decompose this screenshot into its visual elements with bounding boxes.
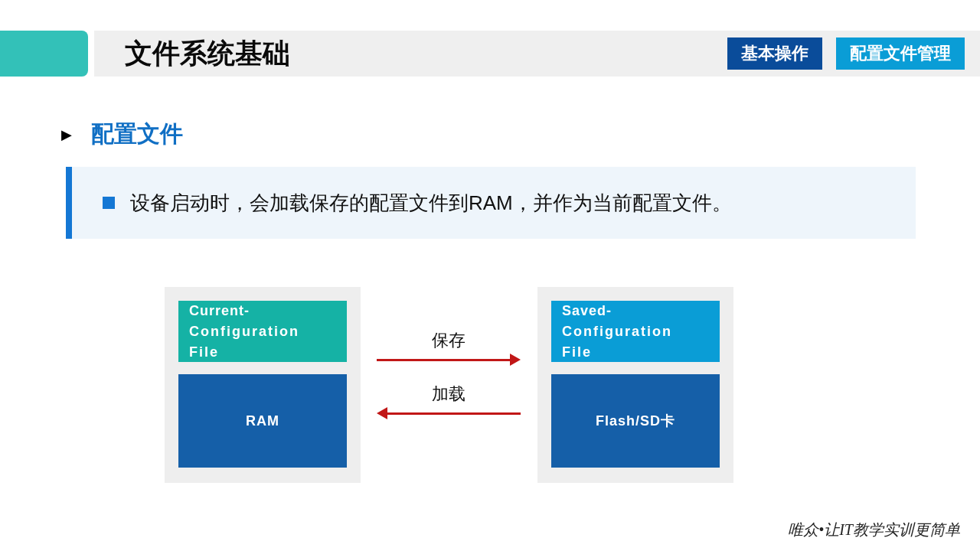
flash-box: Flash/SD卡 [551, 374, 720, 468]
saved-config-line2: Configuration File [562, 321, 709, 363]
tab-basic-ops[interactable]: 基本操作 [727, 37, 822, 70]
footer-tagline: 唯众•让IT教学实训更简单 [788, 520, 960, 540]
arrow-right-icon [377, 354, 521, 366]
triangle-bullet-icon: ▶ [61, 126, 72, 143]
tab-config-mgmt[interactable]: 配置文件管理 [836, 37, 965, 70]
header-accent-block [0, 31, 88, 77]
ram-box: RAM [178, 374, 347, 468]
info-callout: 设备启动时，会加载保存的配置文件到RAM，并作为当前配置文件。 [66, 167, 916, 239]
saved-config-box: Saved- Configuration File [551, 301, 720, 362]
current-config-box: Current- Configuration File [178, 301, 347, 362]
header-tabs: 基本操作 配置文件管理 [727, 37, 965, 70]
square-bullet-icon [103, 197, 115, 209]
load-arrow-row: 加载 [377, 383, 521, 419]
header-bar: 文件系统基础 基本操作 配置文件管理 [0, 31, 980, 77]
info-text: 设备启动时，会加载保存的配置文件到RAM，并作为当前配置文件。 [130, 190, 732, 217]
arrow-group: 保存 加载 [377, 329, 521, 429]
current-config-line1: Current- [189, 301, 336, 321]
header-title-bar: 文件系统基础 基本操作 配置文件管理 [94, 31, 980, 77]
ram-card: Current- Configuration File RAM [165, 287, 361, 483]
section-title: 配置文件 [91, 119, 183, 150]
flash-card: Saved- Configuration File Flash/SD卡 [537, 287, 733, 483]
load-arrow-label: 加载 [377, 383, 521, 406]
save-arrow-row: 保存 [377, 329, 521, 366]
current-config-line2: Configuration File [189, 321, 336, 363]
config-diagram: Current- Configuration File RAM Saved- C… [0, 287, 980, 486]
saved-config-line1: Saved- [562, 301, 709, 321]
save-arrow-label: 保存 [377, 329, 521, 352]
page-title: 文件系统基础 [94, 35, 290, 73]
arrow-left-icon [377, 407, 521, 419]
section-heading: ▶ 配置文件 [61, 119, 183, 150]
